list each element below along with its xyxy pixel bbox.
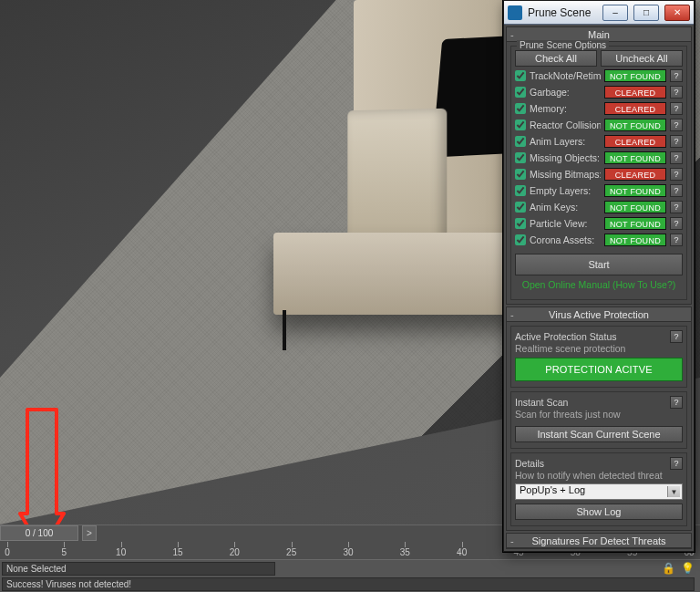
option-help-button[interactable]: ? [670,151,683,164]
option-label: Empty Layers: [530,185,601,196]
option-label: Missing Objects: [530,152,601,163]
option-help-button[interactable]: ? [670,201,683,213]
uncheck-all-button[interactable]: Uncheck All [601,50,683,67]
rollup-vap-header[interactable]: - Virus Active Protection [507,307,691,322]
rollup-signatures-header[interactable]: - Signatures For Detect Threats [507,534,691,548]
option-status-badge: NOT FOUND [604,119,666,131]
instant-scan-help-button[interactable]: ? [670,396,683,409]
details-label: Details [515,458,666,469]
option-checkbox[interactable] [515,202,526,213]
option-status-badge: CLEARED [604,102,666,115]
ruler-tick-label: 40 [457,547,467,557]
lock-icon[interactable]: 🔒 [662,562,675,575]
option-status-badge: NOT FOUND [604,184,666,197]
option-checkbox[interactable] [515,70,526,81]
window-minimize-button[interactable]: – [602,5,628,21]
instant-scan-button[interactable]: Instant Scan Current Scene [515,426,683,442]
option-help-button[interactable]: ? [670,217,683,230]
option-help-button[interactable]: ? [670,102,683,115]
start-button[interactable]: Start [515,254,683,275]
option-help-button[interactable]: ? [670,168,683,181]
option-checkbox[interactable] [515,152,526,163]
option-checkbox[interactable] [515,136,526,147]
option-label: TrackNote/Retimers: [530,70,601,81]
ruler-tick-label: 30 [343,547,353,557]
option-checkbox[interactable] [515,103,526,114]
timeline-scroll-right[interactable]: > [82,525,97,541]
show-log-button[interactable]: Show Log [515,504,683,520]
option-checkbox[interactable] [515,185,526,196]
option-row: Reactor Collision:NOT FOUND? [515,117,683,132]
option-label: Memory: [530,103,601,114]
dialog-title: Prune Scene [528,6,597,19]
option-checkbox[interactable] [515,169,526,180]
option-help-button[interactable]: ? [670,135,683,148]
option-status-badge: CLEARED [604,86,666,99]
option-status-badge: NOT FOUND [604,217,666,230]
selection-status: None Selected [2,562,275,576]
prune-scene-options-group: Prune Scene Options Check All Uncheck Al… [510,46,687,300]
option-row: Anim Layers:CLEARED? [515,133,683,149]
option-row: Particle View:NOT FOUND? [515,215,683,231]
frame-range-field[interactable]: 0 / 100 [0,525,78,541]
option-help-button[interactable]: ? [670,234,683,246]
details-help-button[interactable]: ? [670,457,683,470]
notify-mode-select[interactable]: PopUp's + Log ▼ [515,483,683,500]
option-status-badge: CLEARED [604,135,666,148]
instant-scan-label: Instant Scan [515,397,666,408]
ruler-tick-label: 15 [172,547,182,557]
option-help-button[interactable]: ? [670,86,683,99]
option-status-badge: NOT FOUND [604,201,666,213]
option-checkbox[interactable] [515,119,526,130]
option-label: Missing Bitmaps: [530,169,601,180]
check-all-button[interactable]: Check All [515,50,597,67]
active-protection-group: Active Protection Status ? Realtime scen… [510,326,687,388]
instant-scan-sublabel: Scan for threats just now [515,409,683,420]
prune-scene-dialog[interactable]: Prune Scene – □ ✕ - Main Prune Scene Opt… [503,0,695,552]
instant-scan-group: Instant Scan ? Scan for threats just now… [510,391,687,449]
ruler-tick-label: 35 [400,547,410,557]
option-row: Anim Keys:NOT FOUND? [515,199,683,214]
option-label: Anim Layers: [530,136,601,147]
option-status-badge: NOT FOUND [604,151,666,164]
window-maximize-button[interactable]: □ [633,5,659,21]
option-row: Missing Objects:NOT FOUND? [515,150,683,165]
details-sublabel: How to notify when detected threat [515,470,683,481]
option-checkbox[interactable] [515,218,526,229]
option-label: Particle View: [530,218,601,229]
details-group: Details ? How to notify when detected th… [510,452,687,526]
window-close-button[interactable]: ✕ [664,5,690,21]
protection-active-button[interactable]: PROTECTION ACITVE [515,358,683,381]
rollup-vap: - Virus Active Protection Active Protect… [506,306,692,531]
option-checkbox[interactable] [515,234,526,245]
ruler-tick-label: 10 [116,547,126,557]
ruler-tick-label: 0 [5,547,10,557]
option-status-badge: CLEARED [604,168,666,181]
option-row: Memory:CLEARED? [515,100,683,116]
status-message: Success! Viruses not detected! [2,577,695,591]
rollup-main: - Main Prune Scene Options Check All Unc… [506,26,692,305]
option-help-button[interactable]: ? [670,69,683,82]
option-row: Empty Layers:NOT FOUND? [515,182,683,198]
bulb-icon[interactable]: 💡 [681,562,695,575]
ruler-tick-label: 5 [62,547,67,557]
chevron-down-icon: ▼ [667,486,680,497]
option-row: TrackNote/Retimers:NOT FOUND? [515,68,683,83]
rollup-signatures: - Signatures For Detect Threats [506,533,692,549]
open-manual-link[interactable]: Open Online Manual (How To Use?) [515,275,683,294]
status-bar: None Selected Success! Viruses not detec… [0,559,700,592]
app-icon [508,5,522,20]
option-status-badge: NOT FOUND [604,69,666,82]
option-help-button[interactable]: ? [670,119,683,131]
aps-help-button[interactable]: ? [670,330,683,343]
option-label: Anim Keys: [530,202,601,213]
option-label: Corona Assets: [530,234,601,245]
dialog-titlebar[interactable]: Prune Scene – □ ✕ [504,1,694,25]
option-help-button[interactable]: ? [670,184,683,197]
option-row: Missing Bitmaps:CLEARED? [515,166,683,182]
option-row: Corona Assets:NOT FOUND? [515,232,683,247]
ruler-tick-label: 25 [286,547,296,557]
aps-sublabel: Realtime scene protection [515,343,683,354]
option-status-badge: NOT FOUND [604,234,666,246]
option-checkbox[interactable] [515,87,526,98]
